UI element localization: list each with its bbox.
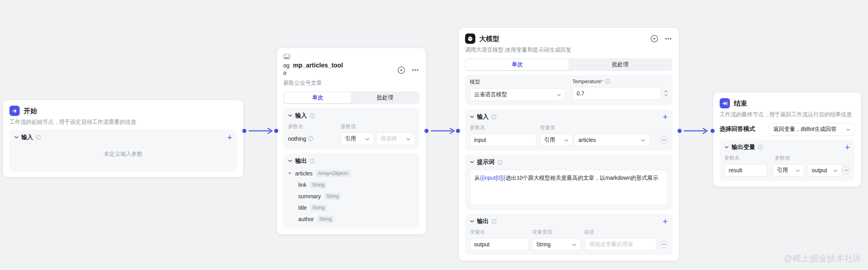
chevron-down-icon xyxy=(365,138,369,141)
required-mark: * xyxy=(601,78,603,84)
param-name-label: nothing xyxy=(288,136,341,142)
remove-row-button[interactable] xyxy=(660,136,668,144)
add-input-param-button[interactable]: + xyxy=(663,113,668,121)
collapse-chevron-icon[interactable] xyxy=(14,136,18,139)
value-ref-select[interactable]: 请选择 xyxy=(376,132,415,145)
more-menu-button[interactable]: ⋯ xyxy=(412,67,419,73)
add-output-param-button[interactable]: + xyxy=(663,218,668,225)
stepper-up-icon[interactable] xyxy=(664,90,668,93)
variable-description-input[interactable]: 请描述变量的用途 xyxy=(585,238,657,251)
end-node-description: 工作流的最终节点，用于返回工作流运行后的结果信息 xyxy=(720,111,855,118)
col-variable-type: 变量类型 xyxy=(532,229,584,236)
tab-batch[interactable]: 批处理 xyxy=(569,59,672,70)
start-input-panel: 输入 + 未定义输入参数 xyxy=(9,130,237,171)
llm-node-title: 大模型 xyxy=(479,34,499,43)
chevron-down-icon xyxy=(796,169,800,172)
temperature-input[interactable]: 0.7 xyxy=(573,87,661,100)
more-menu-button[interactable]: ⋯ xyxy=(665,35,672,42)
tool-icon-alt-text-2: o xyxy=(283,69,343,77)
output-field-type: String xyxy=(317,216,334,223)
robot-face-icon xyxy=(467,35,473,42)
add-input-param-button[interactable]: + xyxy=(227,134,232,142)
llm-model-panel: 模型 云雀语言模型 Temperature* 0.7 xyxy=(465,75,672,105)
col-param-name: 参数名 xyxy=(288,123,341,130)
add-output-variable-button[interactable]: + xyxy=(845,143,850,151)
value-method-select[interactable]: 引用 xyxy=(773,164,804,177)
tool-node[interactable]: og mp_articles_tool o 获取公众号文章 ⋯ 单次 批处理 输… xyxy=(277,48,426,235)
tab-batch[interactable]: 批处理 xyxy=(351,92,419,103)
info-icon xyxy=(497,160,502,165)
start-node[interactable]: 开始 工作流的起始节点，用于设定启动工作流需要的信息 输入 + 未定义输入参数 xyxy=(3,100,244,177)
col-param-value: 参数值 xyxy=(775,155,790,162)
output-tree-child-row: author String xyxy=(288,216,415,223)
collapse-chevron-icon[interactable] xyxy=(288,114,292,117)
tool-run-mode-tabs: 单次 批处理 xyxy=(283,91,419,104)
llm-output-panel: 输出 + 变量名 变量类型 描述 output String 请描述变量的用途 xyxy=(465,214,672,255)
value-ref-select[interactable]: output xyxy=(807,164,842,177)
collapse-chevron-icon[interactable] xyxy=(470,161,474,164)
tool-node-description: 获取公众号文章 xyxy=(283,79,343,87)
prompt-text-suffix: 选出10个跟大模型相关度最高的文章，以markdown的形式展示 xyxy=(506,175,658,181)
llm-node-icon xyxy=(465,34,475,44)
info-icon xyxy=(310,113,315,118)
info-icon xyxy=(758,145,763,150)
llm-output-section-title: 输出 xyxy=(477,218,489,225)
col-param-name: 参数名 xyxy=(724,155,775,162)
col-param-name: 参数名 xyxy=(470,124,540,131)
prompt-textarea[interactable]: 从{{input[0]}}选出10个跟大模型相关度最高的文章，以markdown… xyxy=(470,170,668,205)
edge-arrowhead xyxy=(450,128,454,134)
remove-row-button[interactable] xyxy=(842,166,850,174)
remove-row-button[interactable] xyxy=(660,240,668,248)
llm-prompt-section-title: 提示词 xyxy=(477,158,495,166)
llm-node-header: 大模型 ⋯ xyxy=(465,34,672,44)
watermark: @稀土掘金技术社区 xyxy=(784,253,862,264)
tool-node-header: og mp_articles_tool o 获取公众号文章 xyxy=(283,54,343,87)
value-method-select[interactable]: 引用 xyxy=(341,132,374,145)
broken-image-icon xyxy=(283,54,290,60)
temperature-stepper[interactable] xyxy=(664,90,668,96)
collapse-chevron-icon[interactable] xyxy=(470,115,474,118)
output-tree-child-row: summary String xyxy=(288,193,415,200)
end-node[interactable]: 结束 工作流的最终节点，用于返回工作流运行后的结果信息 选择回答模式 返回变量，… xyxy=(713,92,861,187)
tab-single[interactable]: 单次 xyxy=(466,59,569,70)
answer-mode-label: 选择回答模式 xyxy=(720,125,755,133)
prompt-variable-token: {{input[0]}} xyxy=(480,175,506,181)
output-field-type: Array<Object> xyxy=(316,170,351,177)
tool-input-section-title: 输入 xyxy=(295,112,307,119)
llm-node[interactable]: 大模型 ⋯ 调用大语言模型,使用变量和提示词生成回复 单次 批处理 模型 云雀语… xyxy=(458,28,679,261)
stepper-down-icon[interactable] xyxy=(664,94,668,96)
start-input-section-title: 输入 xyxy=(21,134,33,141)
chevron-down-icon xyxy=(833,169,838,172)
param-name-input[interactable]: result xyxy=(724,164,767,177)
start-input-empty-text: 未定义输入参数 xyxy=(14,142,232,167)
temperature-label: Temperature* xyxy=(573,78,668,84)
run-node-button[interactable] xyxy=(397,66,406,74)
model-select[interactable]: 云雀语言模型 xyxy=(470,88,565,101)
model-label: 模型 xyxy=(470,78,565,86)
output-field-type: String xyxy=(310,204,327,211)
variable-type-select[interactable]: String xyxy=(532,238,581,251)
start-node-header: 开始 xyxy=(9,106,237,116)
output-field-type: String xyxy=(310,181,327,188)
chevron-down-icon xyxy=(846,128,850,131)
variable-name-input[interactable]: output xyxy=(470,238,529,251)
collapse-chevron-icon[interactable] xyxy=(288,160,292,162)
answer-mode-select[interactable]: 返回变量，由Bot生成回答 xyxy=(769,123,855,136)
minus-icon xyxy=(844,170,848,171)
param-name-input[interactable]: input xyxy=(470,134,537,146)
llm-prompt-panel: 提示词 从{{input[0]}}选出10个跟大模型相关度最高的文章，以mark… xyxy=(465,155,672,210)
value-ref-select[interactable]: articles xyxy=(574,134,650,146)
run-node-button[interactable] xyxy=(650,34,659,43)
col-variable-name: 变量名 xyxy=(470,229,532,236)
tree-caret-icon[interactable] xyxy=(288,172,292,175)
llm-input-section-title: 输入 xyxy=(477,113,489,121)
edge-arrowhead xyxy=(268,128,272,134)
tab-single[interactable]: 单次 xyxy=(284,92,351,103)
value-method-select[interactable]: 引用 xyxy=(540,134,573,146)
info-icon xyxy=(491,114,497,119)
collapse-chevron-icon[interactable] xyxy=(470,220,474,223)
collapse-chevron-icon[interactable] xyxy=(724,146,729,149)
llm-run-mode-tabs: 单次 批处理 xyxy=(465,58,672,71)
chevron-down-icon xyxy=(557,94,561,97)
llm-input-panel: 输入 + 参数名 变量值 input 引用 articles xyxy=(465,109,672,151)
